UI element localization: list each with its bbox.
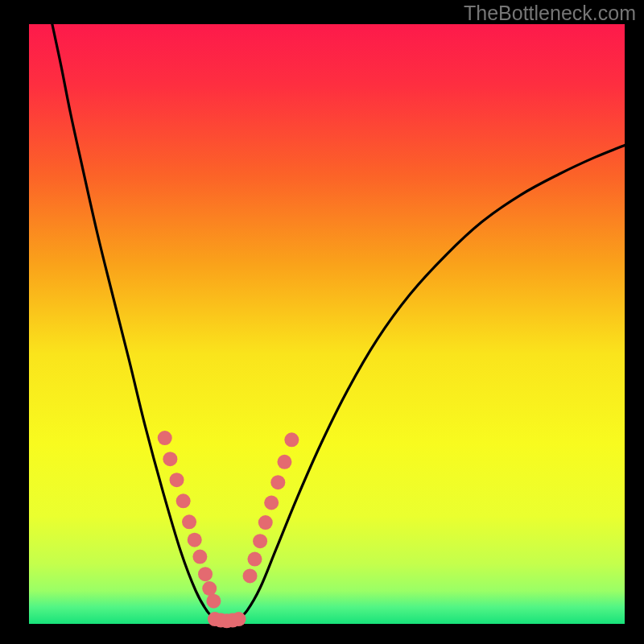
marker-dot	[277, 455, 291, 469]
marker-dot	[247, 552, 262, 567]
marker-dot	[284, 432, 299, 447]
marker-dot	[264, 496, 279, 510]
marker-dot	[231, 612, 246, 626]
marker-dot	[188, 533, 202, 547]
marker-dot	[243, 568, 258, 583]
bottleneck-chart	[0, 0, 644, 644]
chart-frame: TheBottleneck.com	[0, 0, 644, 644]
marker-dot	[176, 493, 191, 508]
marker-dot	[198, 567, 213, 581]
marker-dot	[170, 473, 184, 487]
marker-dot	[206, 594, 221, 609]
marker-dot	[163, 452, 177, 466]
marker-dot	[182, 514, 196, 529]
marker-dot	[158, 431, 172, 445]
marker-dot	[253, 534, 267, 548]
marker-dot	[270, 475, 285, 489]
marker-dot	[202, 581, 217, 596]
watermark-text: TheBottleneck.com	[464, 2, 636, 25]
marker-dot	[192, 550, 207, 564]
plot-background	[29, 24, 625, 624]
marker-dot	[258, 515, 273, 530]
